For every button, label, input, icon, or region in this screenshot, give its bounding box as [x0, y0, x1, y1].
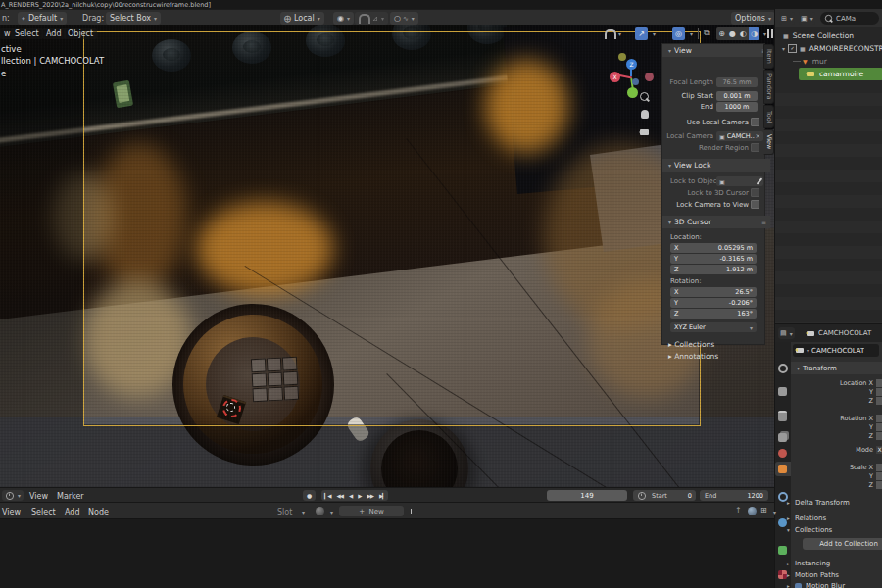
properties-editor-dropdown[interactable]: ▤ ▾ — [778, 327, 795, 339]
world-sphere-icon[interactable] — [748, 507, 757, 515]
chevron-down-icon[interactable]: ▾ — [773, 509, 776, 515]
navigation-gizmo[interactable]: Z X — [606, 51, 660, 105]
tab-pandora[interactable]: Pandora — [763, 70, 774, 104]
chevron-down-icon[interactable]: ▾ — [763, 30, 766, 37]
tab-physics-icon[interactable] — [778, 518, 787, 527]
gizmo-y-axis[interactable] — [627, 87, 638, 98]
timeline-menu-marker[interactable]: Marker — [53, 491, 88, 502]
tab-view-layer-icon[interactable] — [778, 433, 787, 442]
zoom-control[interactable] — [638, 90, 651, 103]
tab-tool-icon[interactable] — [778, 364, 788, 373]
cursor-panel-header[interactable]: ▾ 3D Cursor ≡ — [662, 216, 770, 228]
timeline-editor-dropdown[interactable]: ▾ — [2, 490, 24, 501]
instancing-section[interactable]: Instancing — [795, 560, 830, 567]
pan-control[interactable] — [638, 108, 651, 121]
outliner-row-mur[interactable]: ▼ mur — [775, 55, 882, 68]
frame-end-group[interactable]: End 1200 — [700, 490, 768, 501]
transform-panel-header[interactable]: ▾ Transform — [791, 362, 882, 374]
next-keyframe-button[interactable]: ▶▶ — [364, 490, 375, 501]
pause-bars-icon[interactable] — [767, 29, 769, 38]
collections-section[interactable]: Collections — [795, 526, 832, 534]
jump-end-button[interactable]: ▶▎ — [376, 490, 388, 501]
collection-checkbox[interactable]: ✓ — [788, 44, 797, 53]
viewport-menu-select[interactable]: Select — [11, 28, 43, 39]
gizmo-axis-maroon[interactable] — [645, 73, 654, 81]
gizmo-toggle-icon[interactable]: ⧉ — [704, 28, 710, 38]
filter-dropdown[interactable]: ▣ ▾ — [799, 12, 815, 24]
motion-paths-section[interactable]: Motion Paths — [795, 571, 839, 579]
node-menu-view[interactable]: View — [0, 507, 24, 517]
tab-view[interactable]: View — [763, 129, 774, 155]
focal-length-field[interactable]: 76.5 mm — [716, 77, 758, 87]
prev-keyframe-button[interactable]: ◀◀ — [333, 490, 345, 501]
view-lock-panel-header[interactable]: ▾ View Lock — [662, 159, 770, 172]
timeline-menu-view[interactable]: View — [25, 491, 52, 502]
image-sphere-icon[interactable] — [316, 507, 324, 515]
tab-object-icon[interactable] — [778, 465, 787, 473]
annotations-section[interactable]: ▸ Annotations — [668, 352, 718, 361]
tab-object-data-icon[interactable] — [778, 546, 787, 555]
frame-start-group[interactable]: Start 0 — [633, 490, 696, 501]
relations-section[interactable]: Relations — [795, 514, 826, 522]
viewport-menu-object[interactable]: Object — [64, 28, 97, 39]
rotation-mode-dropdown[interactable]: X — [876, 446, 882, 454]
play-button[interactable]: ▶ — [355, 490, 364, 501]
viewport-menu-add[interactable]: Add — [42, 28, 66, 39]
euler-order-dropdown[interactable]: XYZ Euler▾ — [670, 322, 757, 332]
viewport-3d[interactable]: w Select Add Object ▾ ↗ ▾ ◎ ▾ ⧉ ⊕ ● ◐ ◑ … — [0, 25, 774, 487]
render-region-checkbox[interactable] — [751, 143, 760, 152]
clip-end-field[interactable]: 1000 m — [716, 102, 758, 112]
shading-rendered-button[interactable]: ◑ — [749, 27, 760, 40]
transform-orientation-dropdown[interactable]: ⨁ Local ▾ — [280, 12, 324, 24]
node-editor-canvas[interactable] — [0, 518, 774, 588]
motion-blur-section[interactable]: Motion Blur — [806, 582, 845, 588]
node-menu-add[interactable]: Add — [61, 507, 84, 517]
chevron-down-icon[interactable]: ▾ — [330, 509, 333, 515]
node-menu-node[interactable]: Node — [84, 507, 113, 517]
chevron-down-icon[interactable]: ▾ — [618, 30, 621, 37]
snap-magnet-icon[interactable] — [605, 29, 616, 39]
object-selector-field[interactable]: ▾ CAMCHOCOLAT — [793, 344, 879, 357]
gizmo-z-axis[interactable]: Z — [626, 59, 637, 70]
grid-snap-icon[interactable]: ⊞ — [760, 506, 767, 514]
lock-camera-to-view-checkbox[interactable] — [751, 200, 760, 209]
shading-wireframe-button[interactable]: ⊕ — [716, 27, 727, 40]
view-panel-header[interactable]: ▾ View ≡ — [662, 44, 770, 57]
cursor-rotation-z[interactable]: Z163° — [670, 309, 757, 318]
snap-target-button[interactable]: ↗ — [635, 27, 648, 40]
outliner-row-collection[interactable]: ▾ ✓ ▦ ARMOIRERECONSTRU — [775, 42, 882, 55]
delta-transform-section[interactable]: Delta Transform — [795, 499, 850, 507]
cursor-rotation-y[interactable]: Y-0.206° — [670, 298, 757, 308]
cursor-rotation-x[interactable]: X26.5° — [670, 287, 757, 297]
lock-to-object-field[interactable]: ▣ — [716, 176, 763, 186]
cursor-location-x[interactable]: X0.05295 m — [670, 243, 757, 253]
chevron-down-icon[interactable]: ▾ — [302, 509, 305, 515]
snap-dropdown[interactable]: ⊿ ▾ — [355, 12, 388, 24]
chevron-down-icon[interactable]: ▾ — [690, 30, 693, 37]
tab-world-icon[interactable] — [778, 449, 787, 458]
chevron-down-icon[interactable]: ▾ — [653, 30, 656, 37]
outliner-row-scene-collection[interactable]: ▦ Scene Collection — [775, 29, 882, 42]
outliner-search-input[interactable]: CAMa — [820, 12, 879, 24]
outliner-row-camarmoire[interactable]: camarmoire — [799, 68, 882, 80]
record-button[interactable]: ● — [303, 490, 316, 501]
play-reverse-button[interactable]: ◀ — [346, 490, 355, 501]
clip-start-field[interactable]: 0.001 m — [716, 91, 758, 101]
select-box-dropdown[interactable]: Select Box ▾ — [106, 12, 161, 24]
proportional-editing-button[interactable]: ◎ — [672, 27, 685, 40]
tab-output-icon[interactable] — [778, 411, 787, 421]
tool-default-dropdown[interactable]: ⌖ Default ▾ — [18, 12, 67, 24]
camera-view-control[interactable] — [638, 125, 651, 138]
tab-tool[interactable]: Tool — [763, 105, 774, 128]
use-local-camera-checkbox[interactable] — [751, 118, 760, 126]
node-menu-select[interactable]: Select — [27, 507, 60, 517]
disclosure-triangle-icon[interactable]: ▾ — [782, 45, 785, 52]
jump-start-button[interactable]: ▎◀ — [321, 490, 333, 501]
cursor-location-y[interactable]: Y-0.3165 m — [670, 254, 757, 264]
cursor-location-z[interactable]: Z1.912 m — [670, 265, 757, 274]
tab-texture-icon[interactable] — [778, 570, 787, 579]
up-arrow-icon[interactable]: ↑ — [735, 506, 742, 514]
display-mode-dropdown[interactable]: ⊞ ▾ — [779, 12, 795, 24]
tab-render-icon[interactable] — [778, 387, 787, 396]
shading-solid-button[interactable]: ● — [727, 27, 738, 40]
